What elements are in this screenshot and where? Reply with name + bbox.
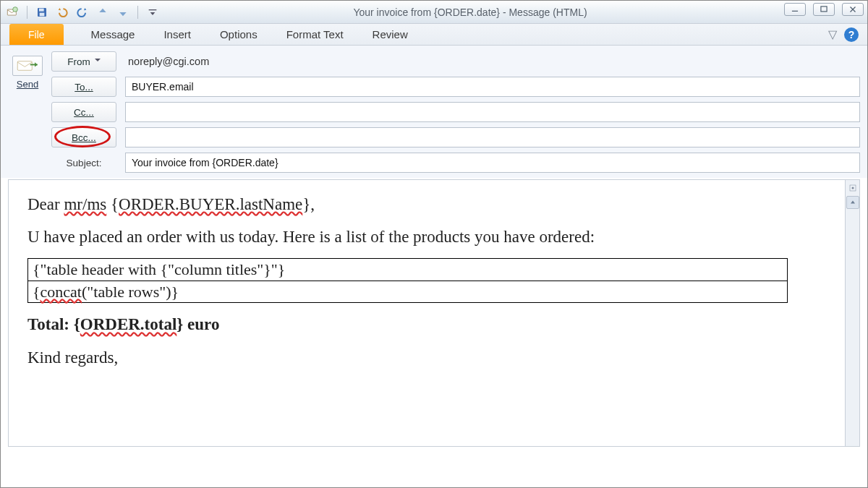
body-table: {"table header with {"column titles"}"} … xyxy=(27,258,788,303)
svg-rect-3 xyxy=(39,8,44,11)
svg-point-11 xyxy=(851,187,854,189)
cc-button-label: Cc... xyxy=(74,107,94,118)
from-button-label: From xyxy=(67,56,90,67)
body-greeting: Dear mr/ms {ORDER.BUYER.lastName}, xyxy=(27,193,827,215)
bcc-button[interactable]: Bcc... xyxy=(51,127,116,147)
scroll-up-icon[interactable] xyxy=(846,196,859,209)
subject-field[interactable] xyxy=(125,153,860,173)
customize-qat-icon[interactable] xyxy=(145,5,160,20)
ribbon-tabs: File Message Insert Options Format Text … xyxy=(1,24,867,46)
body-total: Total: {ORDER.total} euro xyxy=(27,313,827,335)
svg-rect-7 xyxy=(821,7,827,12)
close-button[interactable] xyxy=(842,3,864,16)
bcc-field[interactable] xyxy=(125,127,860,147)
svg-rect-4 xyxy=(40,12,45,16)
svg-rect-8 xyxy=(17,61,32,71)
scroll-options-icon[interactable] xyxy=(846,181,859,194)
cc-button[interactable]: Cc... xyxy=(51,102,116,122)
tab-insert[interactable]: Insert xyxy=(149,24,205,45)
from-value: noreply@cgi.com xyxy=(125,51,860,72)
maximize-button[interactable] xyxy=(813,3,835,16)
minimize-button[interactable] xyxy=(784,3,806,16)
tab-format-text[interactable]: Format Text xyxy=(272,24,358,45)
cc-field[interactable] xyxy=(125,102,860,122)
window-title: Your invoice from {ORDER.date} - Message… xyxy=(160,7,867,18)
tab-options[interactable]: Options xyxy=(205,24,272,45)
send-section: Send xyxy=(8,51,51,178)
to-button[interactable]: To... xyxy=(51,77,116,97)
table-header-cell: {"table header with {"column titles"}"} xyxy=(28,259,788,281)
send-button[interactable] xyxy=(12,56,43,76)
file-tab[interactable]: File xyxy=(9,24,64,45)
quick-access-toolbar xyxy=(5,5,160,20)
save-icon[interactable] xyxy=(35,5,49,20)
to-field[interactable] xyxy=(125,77,860,97)
tab-message[interactable]: Message xyxy=(77,24,150,45)
next-item-icon[interactable] xyxy=(116,5,130,20)
svg-rect-6 xyxy=(792,11,798,12)
table-rows-cell: {concat("table rows")} xyxy=(28,281,788,303)
from-button[interactable]: From xyxy=(51,51,116,72)
redo-icon[interactable] xyxy=(75,5,90,20)
compose-header: Send From noreply@cgi.com To... Cc... Bc… xyxy=(1,46,867,178)
prev-item-icon[interactable] xyxy=(95,5,110,20)
bcc-button-label: Bcc... xyxy=(72,132,96,143)
tab-review[interactable]: Review xyxy=(358,24,422,45)
body-intro: U have placed an order with us today. He… xyxy=(27,226,827,248)
to-button-label: To... xyxy=(75,82,93,93)
new-mail-icon[interactable] xyxy=(5,5,20,20)
svg-rect-5 xyxy=(149,9,157,10)
undo-icon[interactable] xyxy=(55,5,69,20)
editor-scrollbar[interactable] xyxy=(845,180,859,446)
svg-point-1 xyxy=(13,7,18,12)
collapse-ribbon-icon[interactable]: ▽ xyxy=(828,27,837,41)
subject-label: Subject: xyxy=(51,158,116,168)
send-label: Send xyxy=(17,79,38,90)
body-signoff: Kind regards, xyxy=(27,346,827,369)
help-icon[interactable]: ? xyxy=(844,27,859,42)
title-bar: Your invoice from {ORDER.date} - Message… xyxy=(1,1,867,24)
message-body-editor[interactable]: Dear mr/ms {ORDER.BUYER.lastName}, U hav… xyxy=(8,179,860,447)
window-controls xyxy=(784,3,864,16)
